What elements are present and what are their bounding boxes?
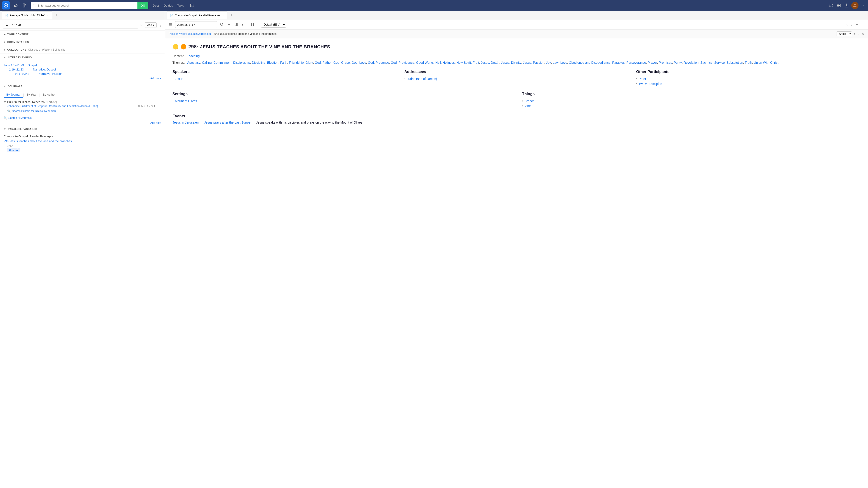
theme-link-24[interactable]: Obedience and Disobedience — [569, 61, 611, 64]
tab-close-button[interactable]: × — [46, 13, 49, 17]
thing-branch-link[interactable]: Branch — [524, 99, 534, 103]
version-select[interactable]: Default (ESV) — [261, 22, 286, 28]
addressee-judas-link[interactable]: Judas (son of James) — [407, 77, 437, 80]
theme-link-15[interactable]: Hell — [435, 61, 441, 64]
breadcrumb-close-button[interactable]: × — [862, 31, 864, 36]
by-author-tab[interactable]: By Author — [40, 92, 58, 98]
events-path2-link[interactable]: Jesus prays after the Last Supper — [204, 121, 251, 124]
passage-guide-tab[interactable]: 📄 Passage Guide | John 15:1–8 × — [2, 11, 52, 20]
theme-link-8[interactable]: Glory — [305, 61, 313, 64]
theme-link-28[interactable]: Promises — [659, 61, 672, 64]
theme-link-19[interactable]: Jesus: Divinity — [501, 61, 521, 64]
right-nav-down[interactable]: ▾ — [855, 22, 859, 28]
breadcrumb-part1[interactable]: Passion Week: Jesus in Jerusalem — [169, 32, 211, 35]
search-input[interactable] — [37, 4, 137, 7]
passage-more-button[interactable]: ⋮ — [158, 23, 162, 27]
breadcrumb-down-button[interactable]: ↓ — [857, 32, 861, 36]
library-button[interactable] — [21, 2, 29, 9]
theme-link-34[interactable]: Truth — [745, 61, 752, 64]
right-add-tab-button[interactable]: + — [228, 12, 235, 19]
right-nav-forward[interactable]: › — [850, 22, 853, 28]
go-button[interactable]: GO — [137, 2, 148, 9]
lt-type-3[interactable]: Narrative, Passion — [38, 72, 62, 75]
guides-link[interactable]: Guides — [162, 4, 175, 7]
theme-link-31[interactable]: Sacrifice — [700, 61, 712, 64]
theme-link-33[interactable]: Substitution — [726, 61, 743, 64]
theme-link-32[interactable]: Service — [714, 61, 725, 64]
theme-link-18[interactable]: Jesus: Death — [481, 61, 499, 64]
search-all-journals-row[interactable]: 🔍 Search All Journals — [0, 116, 165, 121]
thing-vine-link[interactable]: Vine — [524, 104, 531, 108]
composite-gospel-tab[interactable]: 📄 Composite Gospel: Parallel Passages × — [167, 11, 227, 20]
journal-article-title-1[interactable]: Johannine Fulfillment of Scripture: Cont… — [7, 105, 136, 108]
literary-typing-header[interactable]: ▼ LITERARY TYPING — [0, 54, 165, 61]
setting-mount-olives-link[interactable]: Mount of Olives — [175, 99, 197, 103]
lt-ref-2[interactable]: 1:19–21:23 — [9, 68, 29, 71]
theme-link-14[interactable]: Good Works — [416, 61, 434, 64]
lt-ref-3[interactable]: 14:1–19:42 — [14, 72, 35, 75]
lt-type-1[interactable]: Gospel — [28, 64, 37, 67]
collections-section[interactable]: ▶ COLLECTIONS Classics of Western Spirit… — [0, 46, 165, 54]
content-value-link[interactable]: Teaching — [187, 54, 199, 58]
right-passage-input[interactable] — [175, 21, 217, 28]
right-columns-button[interactable] — [234, 22, 239, 28]
home-button[interactable] — [12, 2, 20, 9]
participant-twelve-link[interactable]: Twelve Disciples — [639, 82, 662, 86]
theme-link-9[interactable]: God: Father — [315, 61, 332, 64]
commentaries-section[interactable]: ▶ COMMENTARIES — [0, 38, 165, 46]
breadcrumb-up-button[interactable]: ↑ — [853, 32, 856, 36]
lt-type-2[interactable]: Narrative, Gospel — [33, 68, 56, 71]
right-nav-back[interactable]: ‹ — [845, 22, 848, 28]
theme-link-16[interactable]: Holiness — [442, 61, 455, 64]
theme-link-13[interactable]: God: Providence — [391, 61, 414, 64]
right-columns-dropdown[interactable]: ▾ — [241, 22, 244, 27]
right-menu-button[interactable] — [168, 22, 174, 28]
add-tab-button[interactable]: + — [53, 12, 59, 19]
add-passage-button[interactable]: Add ▾ — [145, 22, 157, 28]
clear-passage-button[interactable]: ✕ — [140, 23, 143, 27]
by-journal-tab[interactable]: By Journal — [4, 92, 23, 98]
right-more-button[interactable]: ⋮ — [861, 22, 865, 27]
events-path1-link[interactable]: Jesus in Jerusalem — [173, 121, 199, 124]
journal-collapse-button[interactable]: ▼ — [4, 101, 6, 104]
literary-typing-add-note[interactable]: + Add note — [4, 76, 161, 81]
theme-link-35[interactable]: Union With Christ — [754, 61, 778, 64]
journal-name-row[interactable]: ▼ Bulletin for Biblical Research (1 arti… — [4, 100, 161, 104]
theme-link-26[interactable]: Perseverance — [626, 61, 646, 64]
parallel-passage-link[interactable]: 298: Jesus teaches about the vine and th… — [4, 139, 161, 143]
right-tab-close-button[interactable]: × — [221, 13, 224, 17]
theme-link-27[interactable]: Prayer — [648, 61, 657, 64]
theme-link-20[interactable]: Jesus: Passion — [523, 61, 544, 64]
theme-link-17[interactable]: Holy Spirit: Fruit — [457, 61, 479, 64]
right-search-button[interactable] — [219, 22, 224, 28]
participant-peter-link[interactable]: Peter — [639, 77, 646, 80]
article-type-select[interactable]: Article — [837, 31, 852, 36]
parallel-passages-header[interactable]: ▼ PARALLEL PASSAGES — [0, 125, 165, 133]
docs-link[interactable]: Docs — [151, 4, 161, 7]
theme-link-7[interactable]: Friendship — [289, 61, 304, 64]
theme-link-10[interactable]: God: Grace — [333, 61, 350, 64]
theme-link-0[interactable]: Apostasy — [187, 61, 200, 64]
your-content-section[interactable]: ▶ YOUR CONTENT — [0, 31, 165, 38]
right-parallel-button[interactable] — [250, 22, 255, 28]
theme-link-5[interactable]: Election — [267, 61, 278, 64]
theme-link-2[interactable]: Commitment — [213, 61, 231, 64]
layout-button[interactable] — [836, 2, 842, 8]
parallel-verse-link[interactable]: 15:1–17 — [7, 148, 20, 152]
more-options-button[interactable]: ⋮ — [860, 3, 866, 8]
journals-header[interactable]: ▼ JOURNALS — [0, 83, 165, 90]
theme-link-1[interactable]: Calling — [202, 61, 212, 64]
journals-add-note[interactable]: + Add note — [0, 121, 165, 125]
right-network-button[interactable] — [226, 22, 232, 28]
lt-ref-1[interactable]: John 1:1–21:23 — [4, 64, 24, 67]
theme-link-3[interactable]: Discipleship — [233, 61, 250, 64]
theme-link-11[interactable]: God: Love — [351, 61, 366, 64]
share-button[interactable] — [844, 2, 849, 8]
user-avatar[interactable] — [851, 2, 859, 9]
theme-link-30[interactable]: Revelation — [684, 61, 699, 64]
speaker-jesus-link[interactable]: Jesus — [175, 77, 183, 80]
passage-input[interactable] — [3, 22, 138, 29]
theme-link-23[interactable]: Love — [560, 61, 567, 64]
theme-link-22[interactable]: Law — [553, 61, 559, 64]
theme-link-4[interactable]: Discipline — [252, 61, 266, 64]
